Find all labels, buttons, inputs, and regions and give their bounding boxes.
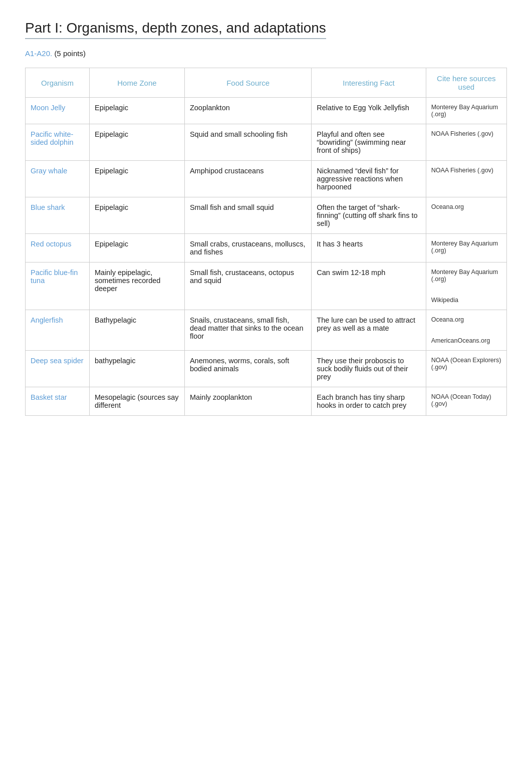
header-interesting-fact: Interesting Fact (312, 68, 426, 98)
cell-interesting-fact: The lure can be used to attract prey as … (312, 310, 426, 351)
cell-interesting-fact: Can swim 12-18 mph (312, 263, 426, 310)
cell-organism: Red octopus (26, 234, 90, 263)
cell-interesting-fact: They use their proboscis to suck bodily … (312, 351, 426, 387)
cell-cite: NOAA (Ocean Today) (.gov) (426, 387, 506, 416)
subtitle-link[interactable]: A1-A20. (25, 49, 52, 58)
cell-home-zone: Epipelagic (89, 161, 184, 197)
cell-cite: NOAA Fisheries (.gov) (426, 124, 506, 161)
cell-home-zone: Bathypelagic (89, 310, 184, 351)
cell-organism: Deep sea spider (26, 351, 90, 387)
cell-food-source: Mainly zooplankton (184, 387, 311, 416)
cell-home-zone: Epipelagic (89, 234, 184, 263)
table-row: Basket starMesopelagic (sources say diff… (26, 387, 507, 416)
cell-organism: Pacific blue-fin tuna (26, 263, 90, 310)
table-row: AnglerfishBathypelagicSnails, crustacean… (26, 310, 507, 351)
cell-organism: Pacific white-sided dolphin (26, 124, 90, 161)
header-home-zone: Home Zone (89, 68, 184, 98)
table-row: Moon JellyEpipelagicZooplanktonRelative … (26, 98, 507, 124)
header-food-source: Food Source (184, 68, 311, 98)
cell-food-source: Small crabs, crustaceans, molluscs, and … (184, 234, 311, 263)
cell-interesting-fact: Each branch has tiny sharp hooks in orde… (312, 387, 426, 416)
cell-home-zone: Mesopelagic (sources say different (89, 387, 184, 416)
cell-home-zone: Epipelagic (89, 124, 184, 161)
cell-interesting-fact: It has 3 hearts (312, 234, 426, 263)
cell-home-zone: Mainly epipelagic, sometimes recorded de… (89, 263, 184, 310)
cell-food-source: Snails, crustaceans, small fish, dead ma… (184, 310, 311, 351)
cell-home-zone: bathypelagic (89, 351, 184, 387)
cell-organism: Moon Jelly (26, 98, 90, 124)
subtitle: A1-A20. (5 points) (25, 49, 507, 58)
cell-organism: Basket star (26, 387, 90, 416)
cell-food-source: Amphipod crustaceans (184, 161, 311, 197)
cell-cite: NOAA Fisheries (.gov) (426, 161, 506, 197)
page-title: Part I: Organisms, depth zones, and adap… (25, 20, 326, 39)
table-row: Blue sharkEpipelagicSmall fish and small… (26, 197, 507, 234)
organisms-table: Organism Home Zone Food Source Interesti… (25, 68, 507, 416)
cell-interesting-fact: Often the target of “shark-finning” (cut… (312, 197, 426, 234)
cell-home-zone: Epipelagic (89, 98, 184, 124)
table-row: Pacific blue-fin tunaMainly epipelagic, … (26, 263, 507, 310)
cell-organism: Gray whale (26, 161, 90, 197)
cell-cite: Monterey Bay Aquarium (.org) (426, 234, 506, 263)
cell-interesting-fact: Playful and often see “bowriding” (swimm… (312, 124, 426, 161)
cell-interesting-fact: Relative to Egg Yolk Jellyfish (312, 98, 426, 124)
cell-cite: Oceana.org (426, 197, 506, 234)
table-row: Deep sea spiderbathypelagicAnemones, wor… (26, 351, 507, 387)
table-row: Gray whaleEpipelagicAmphipod crustaceans… (26, 161, 507, 197)
cell-interesting-fact: Nicknamed “devil fish” for aggressive re… (312, 161, 426, 197)
cell-cite: Monterey Bay Aquarium (.org) (426, 98, 506, 124)
subtitle-points: (5 points) (54, 49, 86, 58)
cell-food-source: Zooplankton (184, 98, 311, 124)
cell-cite: NOAA (Ocean Explorers) (.gov) (426, 351, 506, 387)
table-row: Red octopusEpipelagicSmall crabs, crusta… (26, 234, 507, 263)
header-organism: Organism (26, 68, 90, 98)
cell-organism: Blue shark (26, 197, 90, 234)
cell-food-source: Anemones, worms, corals, soft bodied ani… (184, 351, 311, 387)
cell-cite: Monterey Bay Aquarium (.org)Wikipedia (426, 263, 506, 310)
header-cite: Cite here sources used (426, 68, 506, 98)
table-row: Pacific white-sided dolphinEpipelagicSqu… (26, 124, 507, 161)
cell-cite: Oceana.orgAmericanOceans.org (426, 310, 506, 351)
cell-food-source: Squid and small schooling fish (184, 124, 311, 161)
cell-food-source: Small fish, crustaceans, octopus and squ… (184, 263, 311, 310)
cell-organism: Anglerfish (26, 310, 90, 351)
cell-food-source: Small fish and small squid (184, 197, 311, 234)
cell-home-zone: Epipelagic (89, 197, 184, 234)
